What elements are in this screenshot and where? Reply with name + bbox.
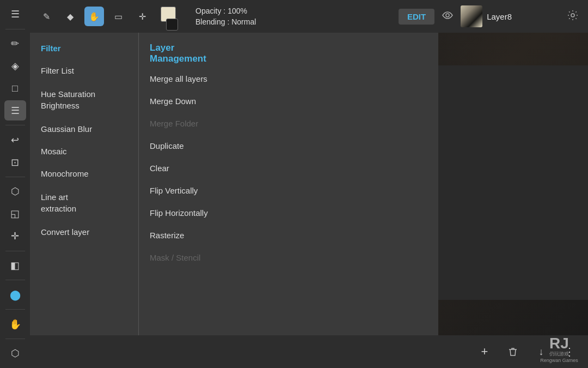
menu-button[interactable]: ☰ bbox=[4, 4, 26, 25]
monochrome-label: Monochrome bbox=[41, 169, 89, 178]
toolbar-divider-6 bbox=[5, 309, 25, 310]
filter-column: Filter Filter List Hue SaturationBrightn… bbox=[30, 33, 139, 335]
convert-layer-label: Convert layer bbox=[41, 227, 89, 237]
gaussian-blur-label: Gaussian Blur bbox=[41, 124, 92, 134]
transform-button[interactable]: ✛ bbox=[4, 226, 26, 246]
background-color[interactable] bbox=[166, 19, 178, 31]
select-rect-top[interactable]: ▭ bbox=[108, 7, 128, 26]
svg-point-22 bbox=[446, 14, 449, 17]
gaussian-blur-menu-item[interactable]: Gaussian Blur bbox=[30, 118, 138, 140]
hand-tool-top[interactable]: ✋ bbox=[84, 7, 104, 26]
brush-tool-top[interactable]: ✎ bbox=[36, 7, 56, 26]
flip-horizontally-label: Flip Horizontally bbox=[150, 208, 208, 218]
bottom-bar: + ↓ ⋮ RJ 仍玩游戏 Rengwan Games bbox=[30, 335, 588, 368]
color-picker-button[interactable]: ⬤ bbox=[4, 285, 26, 305]
flip-vertically-label: Flip Vertically bbox=[150, 186, 198, 195]
merge-all-layers-label: Merge all layers bbox=[150, 74, 207, 83]
convert-layer-menu-item[interactable]: Convert layer bbox=[30, 221, 138, 243]
eraser-tool-button[interactable]: □ bbox=[4, 79, 26, 99]
merge-folder-label: Merge Folder bbox=[150, 119, 198, 128]
toolbar-divider-1 bbox=[5, 29, 25, 29]
crop-button[interactable]: ◱ bbox=[4, 204, 26, 224]
gear-icon bbox=[567, 10, 578, 21]
layer-thumbnail bbox=[461, 5, 482, 27]
pen-tool-button[interactable]: ✏ bbox=[4, 34, 26, 54]
flip-horizontally-menu-item[interactable]: Flip Horizontally bbox=[139, 202, 438, 224]
trash-icon bbox=[507, 346, 518, 357]
merge-folder-menu-item[interactable]: Merge Folder bbox=[139, 112, 438, 135]
add-layer-button[interactable]: + bbox=[475, 342, 494, 361]
management-column: LayerManagement Merge all layers Merge D… bbox=[139, 33, 438, 335]
delete-layer-button[interactable] bbox=[503, 342, 523, 361]
select-tool-button[interactable]: ⬡ bbox=[4, 182, 26, 202]
filter-list-label: Filter List bbox=[41, 66, 74, 75]
visibility-button[interactable] bbox=[439, 8, 456, 25]
move-top[interactable]: ✛ bbox=[132, 7, 152, 26]
toolbar-divider-3 bbox=[5, 177, 25, 177]
flip-vertically-menu-item[interactable]: Flip Vertically bbox=[139, 179, 438, 202]
mask-stencil-label: Mask / Stencil bbox=[150, 253, 200, 262]
toolbar-divider-5 bbox=[5, 280, 25, 280]
filter-list-menu-item[interactable]: Filter List bbox=[30, 59, 138, 82]
watermark-text-line1: 仍玩游戏 bbox=[549, 351, 569, 358]
filter-label: Filter bbox=[41, 44, 61, 53]
merge-down-label: Merge Down bbox=[150, 96, 196, 106]
hue-saturation-brightness-label: Hue SaturationBrightness bbox=[41, 88, 95, 111]
eye-icon bbox=[442, 11, 453, 20]
mosaic-menu-item[interactable]: Mosaic bbox=[30, 140, 138, 162]
monochrome-menu-item[interactable]: Monochrome bbox=[30, 162, 138, 185]
mask-stencil-menu-item[interactable]: Mask / Stencil bbox=[139, 246, 438, 269]
management-header[interactable]: LayerManagement bbox=[139, 37, 438, 68]
toolbar-divider-4 bbox=[5, 251, 25, 251]
clear-menu-item[interactable]: Clear bbox=[139, 157, 438, 179]
layer-header: EDIT Layer8 bbox=[392, 0, 588, 33]
pan-button[interactable]: ✋ bbox=[4, 314, 26, 334]
watermark: RJ 仍玩游戏 Rengwan Games bbox=[535, 336, 584, 364]
edit-button[interactable]: EDIT bbox=[399, 9, 434, 25]
layer-name-display: Layer8 bbox=[487, 12, 560, 21]
undo-button[interactable]: ↩ bbox=[4, 130, 26, 150]
stamp-tool-button[interactable]: ◈ bbox=[4, 56, 26, 76]
watermark-text-line2: Rengwan Games bbox=[540, 358, 578, 364]
filter-menu-item[interactable]: Filter bbox=[30, 37, 138, 59]
fill-tool-top[interactable]: ◆ bbox=[60, 7, 80, 26]
mosaic-label: Mosaic bbox=[41, 147, 67, 156]
left-toolbar: ☰ ✏ ◈ □ ☰ ↩ ⊡ ⬡ ◱ ✛ ◧ ⬤ ✋ ⬡ bbox=[0, 0, 30, 368]
clear-label: Clear bbox=[150, 164, 169, 173]
watermark-logo: RJ bbox=[549, 336, 569, 351]
merge-all-layers-menu-item[interactable]: Merge all layers bbox=[139, 68, 438, 90]
rasterize-label: Rasterize bbox=[150, 231, 184, 240]
toolbar-divider-2 bbox=[5, 125, 25, 125]
rasterize-menu-item[interactable]: Rasterize bbox=[139, 224, 438, 246]
layer-settings-button[interactable] bbox=[564, 8, 581, 25]
line-art-extraction-label: Line artextraction bbox=[41, 191, 76, 214]
duplicate-menu-item[interactable]: Duplicate bbox=[139, 135, 438, 157]
svg-point-23 bbox=[571, 14, 574, 17]
color-swatches[interactable] bbox=[161, 7, 182, 26]
canvas-settings-button[interactable]: ⊡ bbox=[4, 152, 26, 172]
line-art-extraction-menu-item[interactable]: Line artextraction bbox=[30, 185, 138, 221]
hue-saturation-brightness-menu-item[interactable]: Hue SaturationBrightness bbox=[30, 82, 138, 118]
toolbar-divider-7 bbox=[5, 339, 25, 339]
merge-down-menu-item[interactable]: Merge Down bbox=[139, 90, 438, 112]
dropdown-menu: Filter Filter List Hue SaturationBrightn… bbox=[30, 33, 438, 335]
duplicate-label: Duplicate bbox=[150, 141, 184, 150]
extra-tool-button[interactable]: ⬡ bbox=[4, 343, 26, 364]
layers-button[interactable]: ◧ bbox=[4, 256, 26, 276]
hand-tool-button[interactable]: ☰ bbox=[4, 100, 26, 120]
